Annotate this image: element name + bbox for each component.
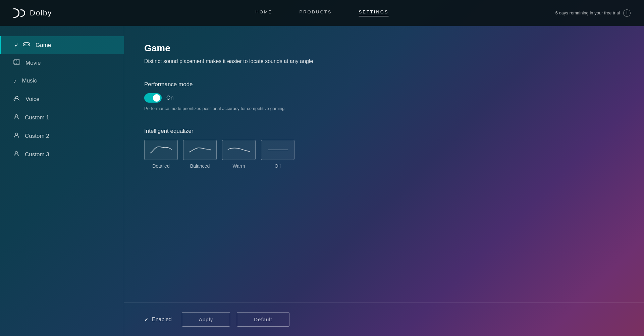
toggle-row: On: [144, 93, 624, 103]
trial-info: 6 days remaining in your free trial i: [555, 9, 631, 17]
eq-label-warm: Warm: [233, 163, 245, 169]
svg-point-4: [28, 44, 29, 45]
nav-home[interactable]: HOME: [256, 9, 273, 16]
sidebar-item-voice[interactable]: Voice: [0, 90, 124, 108]
sidebar-item-custom2[interactable]: Custom 2: [0, 127, 124, 145]
person3-icon: [13, 151, 19, 158]
svg-point-16: [15, 115, 18, 117]
svg-point-17: [15, 133, 18, 135]
content-title: Game: [144, 43, 624, 54]
sidebar-item-custom3[interactable]: Custom 3: [0, 145, 124, 164]
svg-rect-9: [16, 60, 17, 61]
sidebar-label-game: Game: [36, 42, 51, 49]
logo: Dolby: [13, 8, 52, 18]
eq-option-warm[interactable]: Warm: [222, 140, 256, 169]
svg-rect-10: [18, 60, 18, 61]
content-description: Distinct sound placement makes it easier…: [144, 58, 624, 64]
eq-label: Intelligent equalizer: [144, 128, 624, 134]
content-panel: Game Distinct sound placement makes it e…: [124, 26, 644, 336]
eq-card-balanced: [183, 140, 217, 160]
eq-option-detailed[interactable]: Detailed: [144, 140, 178, 169]
eq-label-balanced: Balanced: [190, 163, 210, 169]
svg-point-3: [28, 44, 28, 44]
performance-toggle[interactable]: [144, 93, 162, 103]
svg-rect-6: [14, 61, 20, 61]
performance-mode-label: Performance mode: [144, 81, 624, 88]
person1-icon: [13, 114, 19, 121]
sidebar-item-custom1[interactable]: Custom 1: [0, 108, 124, 127]
sidebar-label-movie: Movie: [25, 60, 41, 66]
eq-label-detailed: Detailed: [152, 163, 169, 169]
music-icon: ♪: [13, 77, 17, 85]
nav-products[interactable]: PRODUCTS: [300, 9, 332, 16]
performance-note: Performance mode prioritizes positional …: [144, 106, 624, 111]
toggle-knob: [153, 94, 160, 102]
svg-point-18: [15, 152, 18, 154]
sidebar-label-custom1: Custom 1: [25, 114, 49, 121]
sidebar-label-custom3: Custom 3: [25, 151, 49, 158]
sidebar-item-music[interactable]: ♪ Music: [0, 72, 124, 90]
eq-option-balanced[interactable]: Balanced: [183, 140, 217, 169]
sidebar-item-movie[interactable]: Movie: [0, 54, 124, 72]
check-icon: ✓: [14, 42, 19, 48]
eq-card-off: [261, 140, 294, 160]
info-icon[interactable]: i: [623, 9, 631, 17]
logo-icon: [13, 8, 25, 18]
person2-icon: [13, 132, 19, 140]
svg-rect-11: [14, 63, 15, 64]
sidebar-label-voice: Voice: [25, 96, 40, 103]
nav-links: HOME PRODUCTS SETTINGS: [256, 9, 389, 16]
trial-text: 6 days remaining in your free trial: [555, 10, 620, 15]
voice-icon: [13, 95, 20, 103]
film-icon: [13, 59, 20, 66]
svg-rect-8: [14, 60, 15, 61]
sidebar: ✓ Game: [0, 26, 124, 336]
logo-d-right: [20, 9, 25, 17]
eq-option-off[interactable]: Off: [261, 140, 294, 169]
gamepad-icon: [23, 42, 30, 49]
svg-rect-13: [18, 63, 18, 64]
eq-card-detailed: [144, 140, 178, 160]
logo-text: Dolby: [30, 9, 52, 17]
main-area: ✓ Game: [0, 26, 644, 336]
svg-rect-12: [16, 63, 17, 64]
eq-card-warm: [222, 140, 256, 160]
toggle-state-label: On: [166, 95, 173, 101]
eq-label-off: Off: [275, 163, 281, 169]
sidebar-item-game[interactable]: ✓ Game: [0, 36, 124, 54]
sidebar-label-music: Music: [22, 77, 37, 84]
eq-options: Detailed Balanced Warm: [144, 140, 624, 169]
nav-settings[interactable]: SETTINGS: [359, 9, 388, 16]
navbar: Dolby HOME PRODUCTS SETTINGS 6 days rema…: [0, 0, 644, 26]
sidebar-label-custom2: Custom 2: [25, 133, 49, 139]
logo-d-left: [13, 8, 19, 18]
